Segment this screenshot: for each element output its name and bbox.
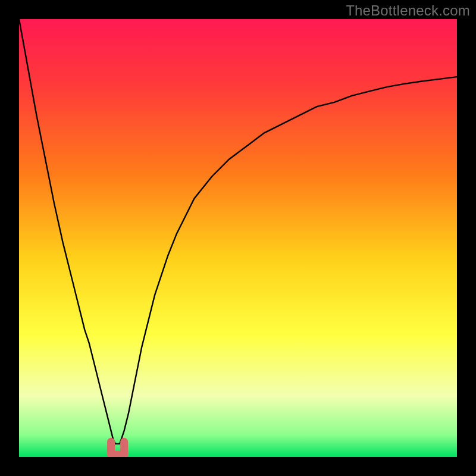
- chart-svg: [19, 19, 457, 457]
- chart-frame: TheBottleneck.com: [0, 0, 476, 476]
- plot-area: [19, 19, 457, 457]
- gradient-background: [19, 19, 457, 457]
- watermark-text: TheBottleneck.com: [346, 2, 470, 19]
